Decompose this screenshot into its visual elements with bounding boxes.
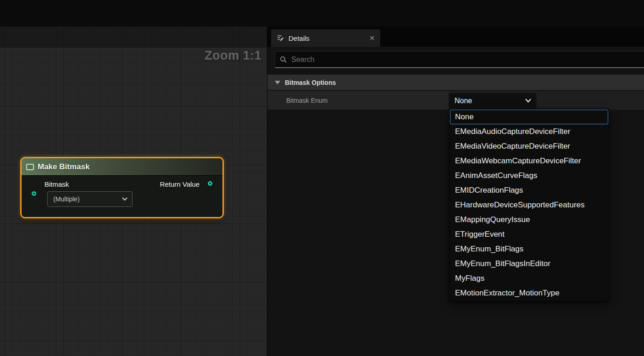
bitmask-enum-combobox[interactable]: None — [449, 93, 536, 108]
dropdown-item[interactable]: EAnimAssetCurveFlags — [450, 168, 608, 183]
section-label: Bitmask Options — [285, 79, 336, 86]
enum-dropdown-list: None EMediaAudioCaptureDeviceFilter EMed… — [449, 109, 609, 301]
dropdown-item[interactable]: None — [450, 110, 608, 124]
bitmask-value-select-text: (Multiple) — [53, 195, 80, 203]
combobox-value: None — [455, 97, 472, 105]
node-title: Make Bitmask — [38, 162, 89, 172]
details-panel: Details ✕ Bitmask Options Bitmask Enum N… — [267, 27, 644, 356]
dropdown-item[interactable]: EMediaVideoCaptureDeviceFilter — [450, 139, 608, 154]
return-value-pin-label: Return Value — [160, 180, 200, 188]
expand-arrow-icon[interactable] — [275, 81, 280, 84]
blueprint-graph-canvas[interactable]: Zoom 1:1 Make Bitmask Bitmask Return Val… — [0, 27, 267, 356]
property-name-cell: Bitmask Enum — [267, 91, 448, 110]
section-bitmask-options[interactable]: Bitmask Options — [267, 75, 644, 90]
search-input[interactable] — [291, 56, 639, 64]
dropdown-item[interactable]: EMIDCreationFlags — [450, 183, 608, 198]
bitmask-pin-label: Bitmask — [44, 180, 69, 188]
dropdown-item[interactable]: EMediaAudioCaptureDeviceFilter — [450, 124, 608, 139]
dropdown-item[interactable]: MyFlags — [450, 271, 608, 286]
property-label: Bitmask Enum — [286, 97, 328, 104]
dropdown-item[interactable]: EMyEnum_BitFlags — [450, 242, 608, 256]
bitmask-value-select[interactable]: (Multiple) — [47, 191, 133, 207]
close-icon[interactable]: ✕ — [369, 35, 375, 41]
tab-strip: Details ✕ — [267, 27, 644, 47]
bitmask-input-pin[interactable] — [32, 191, 36, 196]
node-header[interactable]: Make Bitmask — [22, 158, 222, 176]
dropdown-item[interactable]: EMappingQueryIssue — [450, 212, 608, 227]
dropdown-item[interactable]: EMyEnum_BitFlagsInEditor — [450, 256, 608, 271]
node-body: Bitmask Return Value (Multiple) — [22, 176, 222, 217]
tab-details[interactable]: Details ✕ — [271, 29, 380, 47]
dropdown-item[interactable]: ETriggerEvent — [450, 227, 608, 242]
chevron-down-icon — [525, 99, 531, 103]
graph-top-shade — [0, 27, 267, 47]
make-bitmask-node[interactable]: Make Bitmask Bitmask Return Value (Multi… — [20, 157, 224, 218]
zoom-level-indicator: Zoom 1:1 — [205, 49, 261, 63]
search-icon — [280, 56, 287, 63]
tab-details-label: Details — [289, 34, 310, 42]
make-struct-icon — [26, 164, 34, 170]
dropdown-item[interactable]: EMediaWebcamCaptureDeviceFilter — [450, 154, 608, 168]
dropdown-item[interactable]: EMotionExtractor_MotionType — [450, 286, 608, 300]
details-search-box[interactable] — [275, 51, 644, 68]
chevron-down-icon — [122, 197, 128, 201]
details-tab-icon — [277, 34, 284, 42]
top-menu-bar — [0, 0, 644, 27]
dropdown-item[interactable]: EHardwareDeviceSupportedFeatures — [450, 198, 608, 212]
return-value-output-pin[interactable] — [208, 181, 212, 186]
